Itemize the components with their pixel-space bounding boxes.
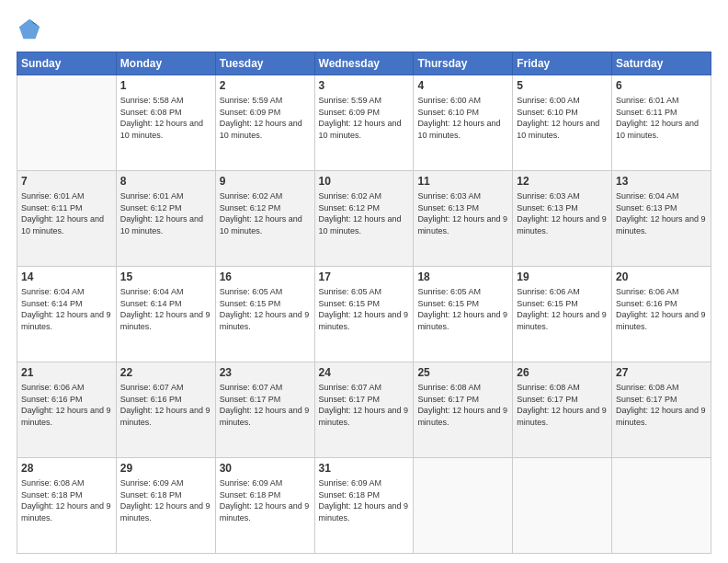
calendar-week-row: 1Sunrise: 5:58 AM Sunset: 6:08 PM Daylig… [17, 75, 711, 171]
day-info: Sunrise: 6:09 AM Sunset: 6:18 PM Dayligh… [319, 477, 410, 523]
calendar-day-cell: 20Sunrise: 6:06 AM Sunset: 6:16 PM Dayli… [612, 267, 711, 362]
calendar-day-cell: 2Sunrise: 5:59 AM Sunset: 6:09 PM Daylig… [215, 75, 314, 171]
calendar-day-cell: 22Sunrise: 6:07 AM Sunset: 6:16 PM Dayli… [116, 362, 215, 458]
weekday-header: Sunday [17, 52, 117, 75]
day-info: Sunrise: 6:05 AM Sunset: 6:15 PM Dayligh… [220, 286, 311, 332]
day-number: 18 [417, 270, 508, 284]
day-number: 9 [220, 174, 311, 189]
day-number: 10 [319, 174, 410, 189]
calendar-day-cell [17, 75, 117, 171]
day-info: Sunrise: 6:07 AM Sunset: 6:17 PM Dayligh… [319, 382, 410, 428]
calendar-day-cell: 17Sunrise: 6:05 AM Sunset: 6:15 PM Dayli… [314, 267, 414, 362]
calendar-header-row: SundayMondayTuesdayWednesdayThursdayFrid… [17, 52, 711, 75]
day-number: 17 [319, 270, 410, 284]
calendar-day-cell: 1Sunrise: 5:58 AM Sunset: 6:08 PM Daylig… [116, 75, 215, 171]
day-number: 24 [319, 365, 410, 380]
day-info: Sunrise: 6:04 AM Sunset: 6:14 PM Dayligh… [21, 286, 112, 332]
day-info: Sunrise: 5:59 AM Sunset: 6:09 PM Dayligh… [319, 95, 410, 141]
day-info: Sunrise: 6:01 AM Sunset: 6:12 PM Dayligh… [120, 190, 211, 236]
calendar-day-cell: 28Sunrise: 6:08 AM Sunset: 6:18 PM Dayli… [17, 458, 117, 554]
calendar-day-cell: 4Sunrise: 6:00 AM Sunset: 6:10 PM Daylig… [414, 75, 513, 171]
calendar-day-cell: 10Sunrise: 6:02 AM Sunset: 6:12 PM Dayli… [314, 171, 414, 267]
page: SundayMondayTuesdayWednesdayThursdayFrid… [0, 0, 728, 563]
day-number: 5 [517, 78, 608, 93]
calendar-day-cell: 8Sunrise: 6:01 AM Sunset: 6:12 PM Daylig… [116, 171, 215, 267]
day-info: Sunrise: 6:08 AM Sunset: 6:17 PM Dayligh… [517, 382, 608, 428]
calendar-day-cell: 23Sunrise: 6:07 AM Sunset: 6:17 PM Dayli… [215, 362, 314, 458]
day-info: Sunrise: 6:06 AM Sunset: 6:15 PM Dayligh… [517, 286, 608, 332]
day-number: 2 [220, 78, 311, 93]
day-info: Sunrise: 6:03 AM Sunset: 6:13 PM Dayligh… [517, 190, 608, 236]
day-info: Sunrise: 6:07 AM Sunset: 6:17 PM Dayligh… [220, 382, 311, 428]
top-section [17, 17, 711, 42]
day-number: 15 [120, 270, 211, 284]
day-info: Sunrise: 6:08 AM Sunset: 6:18 PM Dayligh… [21, 477, 112, 523]
calendar-day-cell [513, 458, 612, 554]
calendar-day-cell: 12Sunrise: 6:03 AM Sunset: 6:13 PM Dayli… [513, 171, 612, 267]
day-number: 13 [616, 174, 707, 189]
calendar-day-cell: 18Sunrise: 6:05 AM Sunset: 6:15 PM Dayli… [414, 267, 513, 362]
day-info: Sunrise: 6:09 AM Sunset: 6:18 PM Dayligh… [220, 477, 311, 523]
calendar-day-cell: 29Sunrise: 6:09 AM Sunset: 6:18 PM Dayli… [116, 458, 215, 554]
day-number: 12 [517, 174, 608, 189]
day-number: 25 [417, 365, 508, 380]
day-number: 27 [616, 365, 707, 380]
day-number: 19 [517, 270, 608, 284]
day-info: Sunrise: 6:00 AM Sunset: 6:10 PM Dayligh… [517, 95, 608, 141]
day-info: Sunrise: 5:58 AM Sunset: 6:08 PM Dayligh… [120, 95, 211, 141]
day-number: 22 [120, 365, 211, 380]
day-info: Sunrise: 6:06 AM Sunset: 6:16 PM Dayligh… [21, 382, 112, 428]
day-info: Sunrise: 6:03 AM Sunset: 6:13 PM Dayligh… [417, 190, 508, 236]
day-info: Sunrise: 6:01 AM Sunset: 6:11 PM Dayligh… [21, 190, 112, 236]
calendar-table: SundayMondayTuesdayWednesdayThursdayFrid… [17, 52, 711, 554]
calendar-day-cell [414, 458, 513, 554]
day-number: 28 [21, 461, 112, 476]
calendar-week-row: 7Sunrise: 6:01 AM Sunset: 6:11 PM Daylig… [17, 171, 711, 267]
logo-icon [17, 17, 42, 42]
day-number: 4 [417, 78, 508, 93]
day-info: Sunrise: 6:04 AM Sunset: 6:14 PM Dayligh… [120, 286, 211, 332]
day-info: Sunrise: 6:00 AM Sunset: 6:10 PM Dayligh… [417, 95, 508, 141]
day-number: 16 [220, 270, 311, 284]
calendar-day-cell: 26Sunrise: 6:08 AM Sunset: 6:17 PM Dayli… [513, 362, 612, 458]
day-number: 26 [517, 365, 608, 380]
day-number: 6 [616, 78, 707, 93]
day-info: Sunrise: 6:09 AM Sunset: 6:18 PM Dayligh… [120, 477, 211, 523]
day-info: Sunrise: 6:02 AM Sunset: 6:12 PM Dayligh… [220, 190, 311, 236]
day-number: 3 [319, 78, 410, 93]
day-info: Sunrise: 6:01 AM Sunset: 6:11 PM Dayligh… [616, 95, 707, 141]
calendar-day-cell: 21Sunrise: 6:06 AM Sunset: 6:16 PM Dayli… [17, 362, 117, 458]
day-number: 23 [220, 365, 311, 380]
calendar-day-cell: 9Sunrise: 6:02 AM Sunset: 6:12 PM Daylig… [215, 171, 314, 267]
calendar-day-cell: 31Sunrise: 6:09 AM Sunset: 6:18 PM Dayli… [314, 458, 414, 554]
day-info: Sunrise: 6:02 AM Sunset: 6:12 PM Dayligh… [319, 190, 410, 236]
day-info: Sunrise: 6:05 AM Sunset: 6:15 PM Dayligh… [417, 286, 508, 332]
weekday-header: Monday [116, 52, 215, 75]
calendar-day-cell: 14Sunrise: 6:04 AM Sunset: 6:14 PM Dayli… [17, 267, 117, 362]
calendar-day-cell [612, 458, 711, 554]
weekday-header: Wednesday [314, 52, 414, 75]
calendar-week-row: 21Sunrise: 6:06 AM Sunset: 6:16 PM Dayli… [17, 362, 711, 458]
day-number: 11 [417, 174, 508, 189]
calendar-day-cell: 16Sunrise: 6:05 AM Sunset: 6:15 PM Dayli… [215, 267, 314, 362]
calendar-day-cell: 15Sunrise: 6:04 AM Sunset: 6:14 PM Dayli… [116, 267, 215, 362]
calendar-day-cell: 25Sunrise: 6:08 AM Sunset: 6:17 PM Dayli… [414, 362, 513, 458]
day-number: 14 [21, 270, 112, 284]
calendar-day-cell: 13Sunrise: 6:04 AM Sunset: 6:13 PM Dayli… [612, 171, 711, 267]
weekday-header: Friday [513, 52, 612, 75]
day-info: Sunrise: 5:59 AM Sunset: 6:09 PM Dayligh… [220, 95, 311, 141]
day-info: Sunrise: 6:04 AM Sunset: 6:13 PM Dayligh… [616, 190, 707, 236]
calendar-week-row: 14Sunrise: 6:04 AM Sunset: 6:14 PM Dayli… [17, 267, 711, 362]
day-number: 20 [616, 270, 707, 284]
day-info: Sunrise: 6:08 AM Sunset: 6:17 PM Dayligh… [417, 382, 508, 428]
day-number: 21 [21, 365, 112, 380]
day-info: Sunrise: 6:05 AM Sunset: 6:15 PM Dayligh… [319, 286, 410, 332]
calendar-day-cell: 7Sunrise: 6:01 AM Sunset: 6:11 PM Daylig… [17, 171, 117, 267]
day-number: 7 [21, 174, 112, 189]
calendar-week-row: 28Sunrise: 6:08 AM Sunset: 6:18 PM Dayli… [17, 458, 711, 554]
calendar-day-cell: 19Sunrise: 6:06 AM Sunset: 6:15 PM Dayli… [513, 267, 612, 362]
weekday-header: Thursday [414, 52, 513, 75]
day-number: 30 [220, 461, 311, 476]
calendar-day-cell: 27Sunrise: 6:08 AM Sunset: 6:17 PM Dayli… [612, 362, 711, 458]
logo [17, 17, 46, 42]
